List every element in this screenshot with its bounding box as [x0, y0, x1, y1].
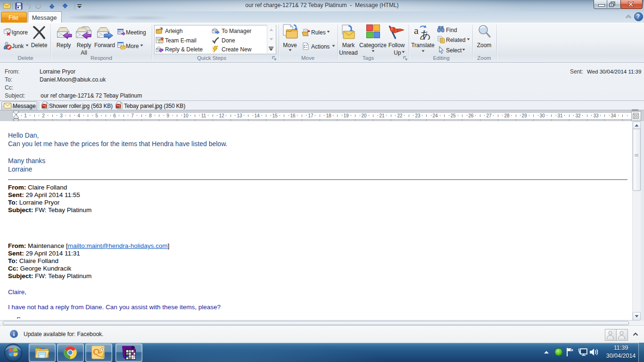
svg-text:あ: あ — [420, 29, 431, 40]
svg-text:a: a — [414, 25, 419, 36]
